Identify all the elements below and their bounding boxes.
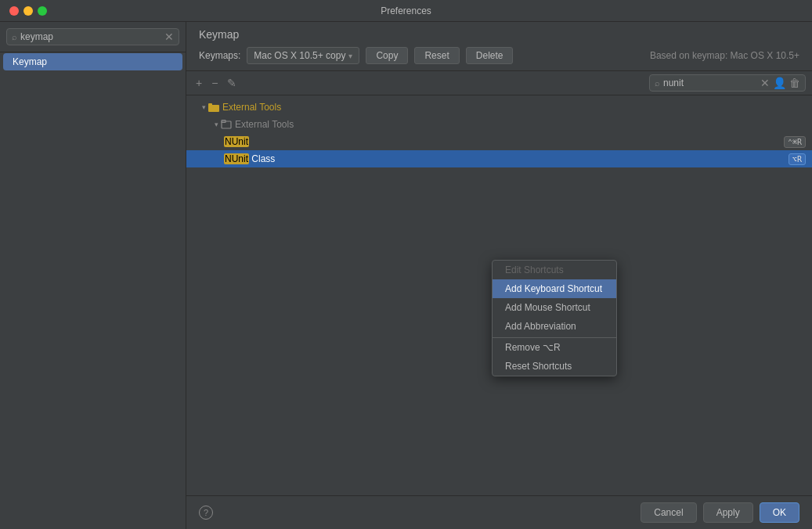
tree-search-icon: ⌕ <box>655 78 660 88</box>
apply-button[interactable]: Apply <box>703 502 753 523</box>
keymap-select-value: Mac OS X 10.5+ copy <box>254 50 345 61</box>
reset-button[interactable]: Reset <box>414 47 459 64</box>
sidebar-item-keymap[interactable]: Keymap <box>3 53 182 70</box>
window-title: Preferences <box>381 5 431 16</box>
tree-item-label: External Tools <box>222 102 806 113</box>
edit-tree-item-button[interactable]: ✎ <box>224 75 240 91</box>
close-button[interactable] <box>9 6 19 16</box>
help-icon: ? <box>204 508 208 517</box>
sidebar-item-label: Keymap <box>13 56 47 67</box>
folder-icon <box>208 102 219 113</box>
tree-item-label: NUnit Class <box>224 153 789 164</box>
tree-search-wrapper: ⌕ ✕ 👤 🗑 <box>649 74 806 92</box>
expand-arrow-icon: ▾ <box>199 103 208 112</box>
shortcut-badge: ⌃⌘R <box>784 136 806 148</box>
tree-search-clear-icon[interactable]: ✕ <box>760 77 770 89</box>
context-menu-add-mouse-shortcut[interactable]: Add Mouse Shortcut <box>493 298 616 317</box>
svg-rect-1 <box>208 103 212 106</box>
copy-button[interactable]: Copy <box>366 47 408 64</box>
tree-item-label: External Tools <box>235 119 806 130</box>
main-container: ⌕ ✕ Keymap Keymap Keymaps: Mac OS X 10.5… <box>0 22 812 529</box>
sidebar-search-clear-icon[interactable]: ✕ <box>164 31 174 42</box>
bottom-bar: ? Cancel Apply OK <box>186 495 812 529</box>
tree-search-input[interactable] <box>663 77 757 88</box>
content-header: Keymap Keymaps: Mac OS X 10.5+ copy ▾ Co… <box>186 22 812 71</box>
delete-button[interactable]: Delete <box>466 47 514 64</box>
sidebar-search-input[interactable] <box>20 31 161 42</box>
title-bar: Preferences <box>0 0 812 22</box>
keymap-controls: Keymaps: Mac OS X 10.5+ copy ▾ Copy Rese… <box>199 47 799 64</box>
tree-shortcut-nunit-class: ⌥R <box>789 153 806 165</box>
tree-shortcut-nunit: ⌃⌘R <box>784 136 806 148</box>
search-icon: ⌕ <box>12 32 17 41</box>
tree-search-person-icon[interactable]: 👤 <box>773 77 786 89</box>
ok-button[interactable]: OK <box>760 502 799 523</box>
tree-item-label: NUnit <box>224 136 784 147</box>
based-on-label: Based on keymap: Mac OS X 10.5+ <box>650 50 799 61</box>
chevron-down-icon: ▾ <box>348 52 352 60</box>
context-menu-add-keyboard-shortcut[interactable]: Add Keyboard Shortcut <box>493 279 616 298</box>
keymaps-label: Keymaps: <box>199 50 240 61</box>
tree-content: ▾ External Tools ▾ External Tools <box>186 95 812 495</box>
add-tree-item-button[interactable]: + <box>193 75 205 91</box>
sidebar: ⌕ ✕ Keymap <box>0 22 186 529</box>
context-menu-edit-shortcuts: Edit Shortcuts <box>493 261 616 279</box>
window-controls <box>9 6 47 16</box>
context-menu: Edit Shortcuts Add Keyboard Shortcut Add… <box>492 260 617 376</box>
context-menu-add-abbreviation[interactable]: Add Abbreviation <box>493 317 616 336</box>
content-area: Keymap Keymaps: Mac OS X 10.5+ copy ▾ Co… <box>186 22 812 529</box>
tree-row-ext-tools-child[interactable]: ▾ External Tools <box>186 116 812 133</box>
context-menu-remove[interactable]: Remove ⌥R <box>493 337 616 357</box>
tree-row-ext-tools-root[interactable]: ▾ External Tools <box>186 99 812 116</box>
sidebar-search-wrapper: ⌕ ✕ <box>6 28 179 45</box>
cancel-button[interactable]: Cancel <box>641 502 696 523</box>
minimize-button[interactable] <box>23 6 33 16</box>
shortcut-badge: ⌥R <box>789 153 806 165</box>
remove-tree-item-button[interactable]: − <box>208 75 221 91</box>
keymap-dropdown[interactable]: Mac OS X 10.5+ copy ▾ <box>247 47 359 64</box>
tree-toolbar: + − ✎ ⌕ ✕ 👤 🗑 <box>186 71 812 95</box>
tree-search-settings-icon[interactable]: 🗑 <box>789 77 800 89</box>
tree-row-nunit-class[interactable]: NUnit Class ⌥R <box>186 150 812 167</box>
page-title: Keymap <box>199 28 799 41</box>
expand-arrow-icon: ▾ <box>211 120 221 129</box>
folder-icon <box>221 119 232 130</box>
maximize-button[interactable] <box>38 6 47 16</box>
help-button[interactable]: ? <box>199 506 213 520</box>
context-menu-reset-shortcuts[interactable]: Reset Shortcuts <box>493 357 616 376</box>
sidebar-search-area: ⌕ ✕ <box>0 22 186 52</box>
tree-row-nunit[interactable]: NUnit ⌃⌘R <box>186 133 812 150</box>
